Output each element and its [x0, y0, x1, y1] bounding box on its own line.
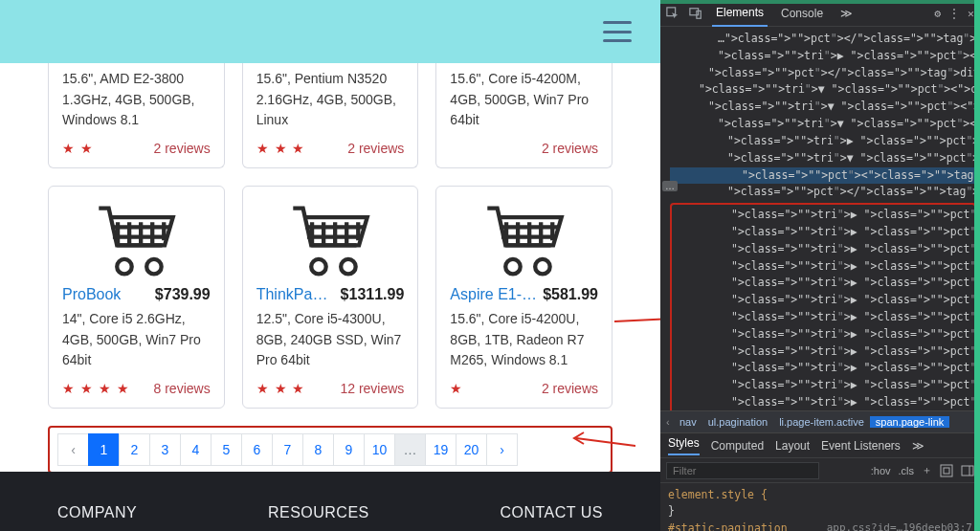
product-row: ProBook $739.99 14", Core i5 2.6GHz, 4GB… [48, 186, 612, 409]
page-item[interactable]: 5 [211, 433, 242, 466]
crumb[interactable]: nav [674, 416, 702, 428]
page-item[interactable]: 20 [456, 433, 487, 466]
footer-col[interactable]: COMPANY [57, 504, 137, 521]
dom-breadcrumb[interactable]: ‹ nav ul.pagination li.page-item.active … [660, 410, 980, 433]
kebab-icon[interactable]: ⋮ [948, 7, 960, 20]
svg-rect-12 [941, 465, 952, 476]
svg-line-6 [576, 438, 635, 446]
cart-icon [256, 198, 405, 286]
pagination: ‹12345678910…1920› [57, 433, 603, 466]
reviews-count[interactable]: 12 reviews [340, 381, 404, 396]
product-specs: 15.6", Core i5-4200U, 8GB, 1TB, Radeon R… [450, 309, 598, 371]
star-rating: ★ ★ ★ ★ [62, 381, 130, 396]
svg-rect-11 [944, 468, 949, 474]
svg-point-1 [147, 259, 162, 274]
page-item[interactable]: 9 [333, 433, 365, 466]
page-item[interactable]: … [394, 433, 426, 466]
close-icon[interactable]: ✕ [968, 7, 974, 20]
panel-icon[interactable] [961, 464, 974, 477]
reviews-count[interactable]: 2 reviews [347, 141, 404, 156]
crumb-selected[interactable]: span.page-link [870, 416, 950, 428]
footer-col[interactable]: CONTACT US [500, 504, 603, 521]
page-item[interactable]: 3 [149, 433, 181, 466]
page-item[interactable]: ‹ [57, 433, 89, 466]
gear-icon[interactable]: ⚙ [934, 7, 941, 20]
topbar [0, 0, 660, 63]
svg-rect-13 [962, 466, 973, 476]
product-card[interactable]: ProBook $739.99 14", Core i5 2.6GHz, 4GB… [48, 186, 225, 409]
reviews-count[interactable]: 2 reviews [154, 141, 211, 156]
window-edge [974, 0, 980, 531]
computed-icon[interactable] [940, 464, 953, 477]
page-item[interactable]: 8 [302, 433, 334, 466]
page-item[interactable]: 10 [364, 433, 395, 466]
app-panel: 15.6", AMD E2-3800 1.3GHz, 4GB, 500GB, W… [0, 0, 660, 531]
product-specs: 12.5", Core i5-4300U, 8GB, 240GB SSD, Wi… [256, 309, 405, 371]
tabs-more[interactable]: ≫ [836, 1, 857, 26]
product-specs: 15.6", Core i5-4200M, 4GB, 500GB, Win7 P… [450, 69, 598, 131]
product-specs: 15.6", AMD E2-3800 1.3GHz, 4GB, 500GB, W… [62, 69, 211, 131]
annotation-arrow [568, 429, 635, 448]
product-price: $1311.99 [341, 286, 405, 303]
svg-point-4 [505, 259, 520, 274]
product-specs: 14", Core i5 2.6GHz, 4GB, 500GB, Win7 Pr… [62, 309, 211, 371]
product-card[interactable]: 15.6", Core i5-4200M, 4GB, 500GB, Win7 P… [435, 63, 612, 168]
product-specs: 15.6", Pentium N3520 2.16GHz, 4GB, 500GB… [256, 69, 405, 131]
cls-toggle[interactable]: .cls [899, 465, 915, 476]
product-price: $581.99 [543, 286, 598, 303]
product-title[interactable]: Aspire E1-572G [450, 286, 537, 303]
reviews-count[interactable]: 2 reviews [542, 141, 598, 156]
page-item[interactable]: 7 [272, 433, 303, 466]
reviews-count[interactable]: 8 reviews [154, 381, 211, 396]
devtools-tabs: Elements Console ≫ ⚙ ⋮ ✕ [660, 0, 980, 27]
styles-body[interactable]: element.style { } app.css?id=…196deeb03:… [660, 483, 980, 531]
footer: COMPANY RESOURCES CONTACT US [0, 472, 660, 531]
collapsed-indicator: … [662, 181, 678, 191]
reviews-count[interactable]: 2 reviews [542, 381, 598, 396]
tab-elements[interactable]: Elements [712, 0, 768, 27]
product-card[interactable]: 15.6", Pentium N3520 2.16GHz, 4GB, 500GB… [242, 63, 419, 168]
tab-layout[interactable]: Layout [775, 439, 810, 453]
tab-event-listeners[interactable]: Event Listeners [821, 439, 901, 453]
tab-styles[interactable]: Styles [668, 436, 700, 455]
caret-left-icon[interactable]: ‹ [660, 416, 674, 428]
cart-icon [450, 198, 598, 286]
product-title[interactable]: ProBook [62, 286, 121, 303]
styles-filter-input[interactable] [666, 462, 819, 479]
devtools-panel: Elements Console ≫ ⚙ ⋮ ✕ …">class=">"">p… [660, 0, 980, 531]
menu-toggle-button[interactable] [603, 21, 632, 42]
svg-point-0 [118, 259, 132, 274]
product-row-top: 15.6", AMD E2-3800 1.3GHz, 4GB, 500GB, W… [48, 63, 612, 168]
page-item[interactable]: 2 [119, 433, 150, 466]
product-title[interactable]: ThinkPad X240 [256, 286, 335, 303]
page-item[interactable]: 4 [180, 433, 212, 466]
page-item[interactable]: 19 [425, 433, 457, 466]
cart-icon [62, 198, 211, 286]
tab-computed[interactable]: Computed [711, 439, 764, 453]
style-source[interactable]: app.css?id=…196deeb03:7 [827, 520, 972, 532]
page-item[interactable]: › [486, 433, 518, 466]
tab-console[interactable]: Console [777, 1, 827, 26]
svg-point-5 [535, 259, 549, 274]
star-rating: ★ ★ [62, 141, 94, 156]
styles-filter-row: :hov .cls ＋ [660, 458, 980, 483]
dom-tree[interactable]: …">class=">"">pct"></">class=">"">tag">d… [660, 27, 980, 410]
new-rule-icon[interactable]: ＋ [922, 463, 932, 477]
page-item[interactable]: 1 [88, 433, 120, 466]
crumb[interactable]: ul.pagination [702, 416, 773, 428]
window-edge [660, 0, 974, 4]
crumb[interactable]: li.page-item.active [773, 416, 870, 428]
product-card[interactable]: 15.6", AMD E2-3800 1.3GHz, 4GB, 500GB, W… [48, 63, 225, 168]
tabs-more[interactable]: ≫ [912, 439, 924, 453]
star-rating: ★ ★ ★ [256, 141, 306, 156]
product-card[interactable]: ThinkPad X240 $1311.99 12.5", Core i5-43… [242, 186, 419, 409]
hov-toggle[interactable]: :hov [871, 465, 891, 476]
svg-point-3 [341, 259, 355, 274]
device-toggle-icon[interactable] [689, 7, 702, 20]
pagination-highlight-box: ‹12345678910…1920› [48, 426, 612, 474]
page-item[interactable]: 6 [241, 433, 273, 466]
footer-col[interactable]: RESOURCES [268, 504, 369, 521]
star-rating: ★ [450, 381, 463, 396]
inspect-icon[interactable] [666, 7, 679, 20]
product-card[interactable]: Aspire E1-572G $581.99 15.6", Core i5-42… [435, 186, 612, 409]
